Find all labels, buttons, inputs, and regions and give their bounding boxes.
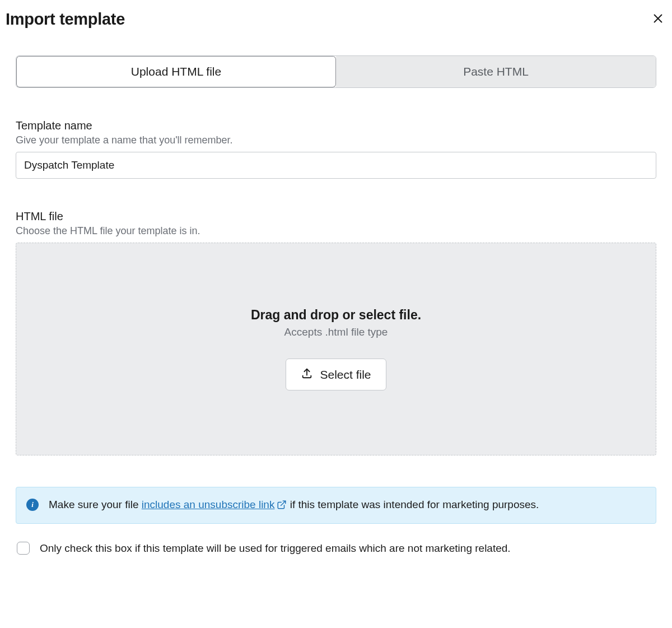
triggered-email-checkbox[interactable]: [17, 542, 30, 555]
info-text: Make sure your file includes an unsubscr…: [49, 496, 539, 514]
html-file-field: HTML file Choose the HTML file your temp…: [16, 210, 656, 455]
unsubscribe-link[interactable]: includes an unsubscribe link: [142, 499, 287, 510]
template-name-field: Template name Give your template a name …: [16, 119, 656, 179]
modal-title: Import template: [6, 10, 125, 29]
template-name-label: Template name: [16, 119, 656, 132]
html-file-hint: Choose the HTML file your template is in…: [16, 225, 656, 237]
triggered-email-checkbox-label: Only check this box if this template wil…: [40, 542, 511, 555]
svg-line-3: [281, 501, 286, 505]
tab-group: Upload HTML file Paste HTML: [16, 55, 656, 88]
tab-upload-html[interactable]: Upload HTML file: [16, 56, 336, 87]
html-file-label: HTML file: [16, 210, 656, 223]
upload-icon: [301, 367, 313, 382]
info-icon: i: [26, 499, 39, 511]
external-link-icon: [277, 498, 287, 514]
info-text-after: if this template was intended for market…: [287, 499, 539, 510]
info-banner: i Make sure your file includes an unsubs…: [16, 487, 656, 524]
template-name-hint: Give your template a name that you'll re…: [16, 134, 656, 146]
tab-paste-html[interactable]: Paste HTML: [336, 56, 656, 87]
dropzone-subtext: Accepts .html file type: [284, 326, 388, 338]
close-icon: [652, 12, 664, 26]
modal-content: Upload HTML file Paste HTML Template nam…: [0, 29, 672, 555]
info-text-before: Make sure your file: [49, 499, 142, 510]
close-button[interactable]: [650, 10, 666, 29]
modal-header: Import template: [0, 0, 672, 29]
triggered-email-checkbox-row: Only check this box if this template wil…: [16, 542, 656, 555]
import-template-modal: Import template Upload HTML file Paste H…: [0, 0, 672, 628]
select-file-label: Select file: [320, 368, 371, 382]
dropzone-heading: Drag and drop or select file.: [251, 308, 421, 323]
template-name-input[interactable]: [16, 152, 656, 179]
file-dropzone[interactable]: Drag and drop or select file. Accepts .h…: [16, 243, 656, 455]
select-file-button[interactable]: Select file: [286, 359, 386, 390]
